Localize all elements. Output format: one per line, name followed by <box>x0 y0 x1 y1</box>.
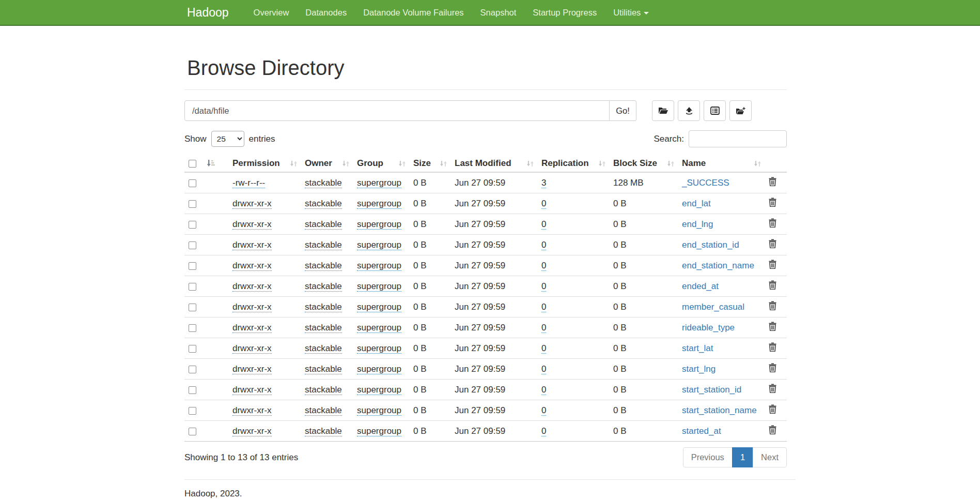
trash-icon[interactable] <box>769 280 776 292</box>
trash-icon[interactable] <box>769 239 776 251</box>
nav-snapshot[interactable]: Snapshot <box>472 8 525 18</box>
search-input[interactable] <box>689 130 787 147</box>
replication-value[interactable]: 0 <box>541 240 546 250</box>
permission-value[interactable]: drwxr-xr-x <box>232 426 272 436</box>
name-link[interactable]: end_lat <box>682 199 711 208</box>
group-value[interactable]: supergroup <box>357 261 401 271</box>
name-link[interactable]: rideable_type <box>682 323 735 332</box>
group-value[interactable]: supergroup <box>357 385 401 395</box>
owner-value[interactable]: stackable <box>305 219 342 230</box>
replication-value[interactable]: 0 <box>541 426 546 436</box>
permission-value[interactable]: drwxr-xr-x <box>232 281 272 292</box>
row-checkbox[interactable] <box>189 428 196 435</box>
owner-value[interactable]: stackable <box>305 343 342 354</box>
header-permission[interactable]: Permission <box>228 155 301 172</box>
name-link[interactable]: end_lng <box>682 219 713 229</box>
owner-value[interactable]: stackable <box>305 385 342 395</box>
select-all-header[interactable] <box>184 155 228 172</box>
group-value[interactable]: supergroup <box>357 178 401 188</box>
header-block-size[interactable]: Block Size <box>609 155 678 172</box>
replication-value[interactable]: 0 <box>541 219 546 230</box>
row-checkbox[interactable] <box>189 386 196 394</box>
row-checkbox[interactable] <box>189 241 196 249</box>
name-link[interactable]: end_station_name <box>682 261 754 270</box>
permission-value[interactable]: drwxr-xr-x <box>232 240 272 250</box>
group-value[interactable]: supergroup <box>357 302 401 312</box>
trash-icon[interactable] <box>769 218 776 230</box>
nav-utilities-dropdown[interactable]: Utilities <box>605 8 657 18</box>
pagination-next[interactable]: Next <box>753 447 787 467</box>
header-group[interactable]: Group <box>353 155 409 172</box>
replication-value[interactable]: 0 <box>541 199 546 209</box>
permission-value[interactable]: drwxr-xr-x <box>232 199 272 209</box>
directory-path-input[interactable] <box>184 100 610 121</box>
nav-overview[interactable]: Overview <box>245 8 298 18</box>
replication-value[interactable]: 0 <box>541 323 546 333</box>
trash-icon[interactable] <box>769 260 776 271</box>
permission-value[interactable]: drwxr-xr-x <box>232 261 272 271</box>
row-checkbox[interactable] <box>189 200 196 208</box>
header-size[interactable]: Size <box>409 155 450 172</box>
group-value[interactable]: supergroup <box>357 281 401 292</box>
trash-icon[interactable] <box>769 177 776 189</box>
row-checkbox[interactable] <box>189 283 196 291</box>
row-checkbox[interactable] <box>189 345 196 353</box>
replication-value[interactable]: 0 <box>541 281 546 292</box>
replication-value[interactable]: 0 <box>541 261 546 271</box>
brand-hadoop[interactable]: Hadoop <box>187 6 229 20</box>
name-link[interactable]: start_lat <box>682 343 713 353</box>
row-checkbox[interactable] <box>189 366 196 373</box>
header-last-modified[interactable]: Last Modified <box>450 155 537 172</box>
nav-startup-progress[interactable]: Startup Progress <box>524 8 605 18</box>
trash-icon[interactable] <box>769 404 776 416</box>
group-value[interactable]: supergroup <box>357 240 401 250</box>
permission-value[interactable]: drwxr-xr-x <box>232 364 272 374</box>
permission-value[interactable]: drwxr-xr-x <box>232 219 272 230</box>
name-link[interactable]: end_station_id <box>682 240 739 250</box>
owner-value[interactable]: stackable <box>305 302 342 312</box>
set-quota-button[interactable] <box>704 100 726 121</box>
row-checkbox[interactable] <box>189 179 196 187</box>
replication-value[interactable]: 0 <box>541 302 546 312</box>
trash-icon[interactable] <box>769 301 776 313</box>
trash-icon[interactable] <box>769 384 776 396</box>
pagination-previous[interactable]: Previous <box>683 447 733 467</box>
replication-value[interactable]: 0 <box>541 385 546 395</box>
owner-value[interactable]: stackable <box>305 323 342 333</box>
owner-value[interactable]: stackable <box>305 364 342 374</box>
name-link[interactable]: started_at <box>682 426 721 436</box>
group-value[interactable]: supergroup <box>357 323 401 333</box>
owner-value[interactable]: stackable <box>305 199 342 209</box>
permission-value[interactable]: drwxr-xr-x <box>232 385 272 395</box>
group-value[interactable]: supergroup <box>357 405 401 416</box>
name-link[interactable]: start_lng <box>682 364 715 374</box>
nav-datanode-volume-failures[interactable]: Datanode Volume Failures <box>355 8 472 18</box>
replication-value[interactable]: 3 <box>541 178 546 188</box>
header-owner[interactable]: Owner <box>301 155 353 172</box>
owner-value[interactable]: stackable <box>305 240 342 250</box>
cut-paste-button[interactable] <box>729 100 752 121</box>
group-value[interactable]: supergroup <box>357 364 401 374</box>
trash-icon[interactable] <box>769 363 776 375</box>
go-button[interactable]: Go! <box>610 100 636 121</box>
name-link[interactable]: _SUCCESS <box>682 178 729 188</box>
owner-value[interactable]: stackable <box>305 426 342 436</box>
page-size-select[interactable]: 25 <box>211 131 244 147</box>
upload-files-button[interactable] <box>678 100 700 121</box>
row-checkbox[interactable] <box>189 324 196 332</box>
name-link[interactable]: ended_at <box>682 281 719 291</box>
owner-value[interactable]: stackable <box>305 261 342 271</box>
trash-icon[interactable] <box>769 425 776 437</box>
permission-value[interactable]: drwxr-xr-x <box>232 302 272 312</box>
name-link[interactable]: member_casual <box>682 302 744 312</box>
trash-icon[interactable] <box>769 322 776 334</box>
row-checkbox[interactable] <box>189 221 196 229</box>
name-link[interactable]: start_station_name <box>682 405 757 415</box>
owner-value[interactable]: stackable <box>305 281 342 292</box>
group-value[interactable]: supergroup <box>357 343 401 354</box>
row-checkbox[interactable] <box>189 304 196 311</box>
create-directory-button[interactable] <box>652 100 674 121</box>
permission-value[interactable]: drwxr-xr-x <box>232 323 272 333</box>
replication-value[interactable]: 0 <box>541 405 546 416</box>
trash-icon[interactable] <box>769 198 776 209</box>
